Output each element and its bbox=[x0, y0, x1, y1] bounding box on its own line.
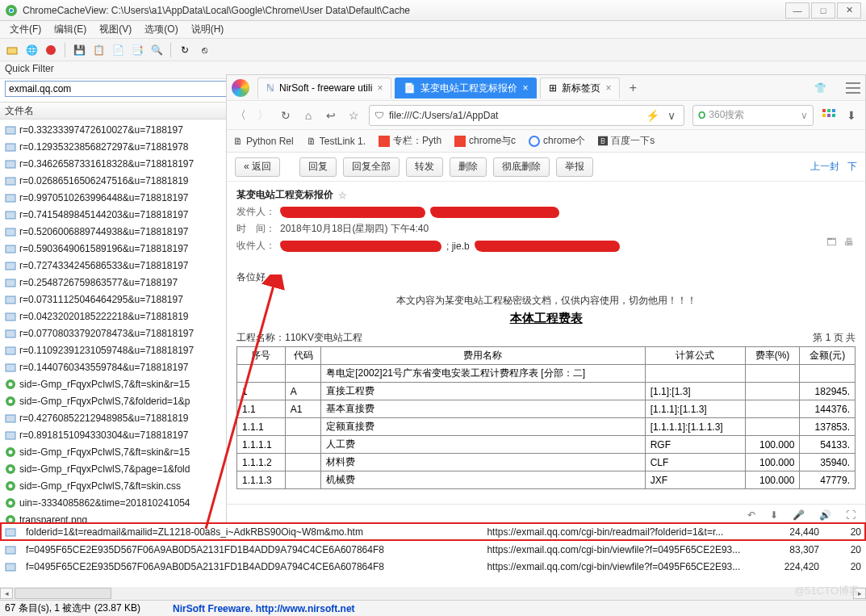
star-icon[interactable]: ☆ bbox=[338, 190, 347, 201]
bottom-row[interactable]: folderid=1&t=readmail&mailid=ZL1218-00a8… bbox=[0, 522, 866, 541]
download-icon[interactable]: ⬇ bbox=[770, 509, 778, 521]
tab-mail[interactable]: 📄 某变电站工程竞标报价 × bbox=[395, 78, 537, 98]
quickfilter-input[interactable] bbox=[5, 81, 231, 97]
copy2-icon[interactable]: 📄 bbox=[111, 43, 125, 57]
menu-icon[interactable] bbox=[846, 82, 860, 94]
file-row[interactable]: r=0.02686516506247516&u=71881819 bbox=[0, 172, 226, 189]
home-icon[interactable]: ⌂ bbox=[301, 108, 316, 123]
harddelete-button[interactable]: 彻底删除 bbox=[493, 157, 550, 177]
mail-header: 某变电站工程竞标报价 ☆ 发件人： 时 间： 2018年10月18日(星期四) … bbox=[227, 182, 865, 258]
svg-rect-16 bbox=[6, 313, 15, 321]
find-icon[interactable]: 🔍 bbox=[149, 43, 164, 57]
close-tab-icon[interactable]: × bbox=[377, 82, 383, 94]
open-icon[interactable] bbox=[5, 43, 19, 57]
back-button[interactable]: « 返回 bbox=[235, 157, 280, 177]
tab-newtab[interactable]: ⊞ 新标签页 × bbox=[540, 78, 620, 98]
fullscreen-icon[interactable]: ⛶ bbox=[846, 509, 856, 521]
delete-button[interactable]: 删除 bbox=[450, 157, 487, 177]
file-row[interactable]: uin=-3334085862&time=201810241054 bbox=[0, 494, 226, 511]
maximize-button[interactable]: □ bbox=[811, 2, 835, 19]
exit-icon[interactable]: ⎋ bbox=[197, 43, 211, 57]
report-button[interactable]: 举报 bbox=[556, 157, 593, 177]
search-box[interactable]: O 360搜索 ∨ bbox=[692, 105, 814, 126]
address-bar[interactable]: 🛡 file:///C:/Users/a1/AppDat ⚡ ∨ bbox=[369, 105, 684, 126]
file-row[interactable]: r=0.2548726759863577&u=7188197 bbox=[0, 274, 226, 291]
bookmark-item[interactable]: 🅱 百度一下s bbox=[598, 134, 655, 148]
file-row[interactable]: r=0.9970510263996448&u=718818197 bbox=[0, 189, 226, 206]
file-row[interactable]: r=0.5903649061589196&u=718818197 bbox=[0, 240, 226, 257]
addr-dropdown-icon[interactable]: ∨ bbox=[664, 108, 679, 123]
file-row[interactable]: r=0.42760852212948985&u=71881819 bbox=[0, 409, 226, 426]
wardrobe-icon[interactable]: 👕 bbox=[814, 82, 826, 94]
menu-file[interactable]: 文件(F) bbox=[5, 21, 46, 38]
refresh-icon[interactable]: ↻ bbox=[178, 43, 192, 57]
menu-view[interactable]: 视图(V) bbox=[94, 21, 136, 38]
close-button[interactable]: ✕ bbox=[837, 2, 861, 19]
print-icon[interactable]: 🖶 bbox=[844, 237, 854, 248]
props-icon[interactable]: 📑 bbox=[130, 43, 144, 57]
replyall-button[interactable]: 回复全部 bbox=[343, 157, 400, 177]
file-row[interactable]: r=0.07311125046464295&u=7188197 bbox=[0, 291, 226, 308]
bookmark-item[interactable]: chrome个 bbox=[529, 134, 585, 148]
menu-options[interactable]: 选项(O) bbox=[140, 21, 182, 38]
copy-icon[interactable]: 📋 bbox=[91, 43, 106, 57]
menu-edit[interactable]: 编辑(E) bbox=[49, 21, 91, 38]
file-row[interactable]: r=0.04232020185222218&u=71881819 bbox=[0, 308, 226, 325]
forward-button[interactable]: 转发 bbox=[406, 157, 443, 177]
scroll-thumb[interactable] bbox=[15, 588, 111, 599]
file-row[interactable]: sid=-Gmp_rFqyxPcIwlS,7&ft=skin&r=15 bbox=[0, 443, 226, 460]
file-row[interactable]: sid=-Gmp_rFqyxPcIwlS,7&ft=skin&r=15 bbox=[0, 375, 226, 392]
file-row[interactable]: r=0.11092391231059748&u=718818197 bbox=[0, 342, 226, 358]
flash-icon[interactable]: ⚡ bbox=[645, 108, 659, 123]
tab-nirsoft[interactable]: ℕ NirSoft - freeware utili × bbox=[257, 78, 391, 98]
svg-rect-7 bbox=[6, 161, 15, 168]
prev-mail-link[interactable]: 上一封 bbox=[810, 160, 839, 174]
bookmark-item[interactable]: 🗎 Python Rel bbox=[233, 136, 294, 147]
file-row[interactable]: r=0.7415489845144203&u=718818197 bbox=[0, 206, 226, 223]
status-link[interactable]: NirSoft Freeware. http://www.nirsoft.net bbox=[173, 603, 355, 614]
svg-rect-45 bbox=[6, 564, 15, 571]
file-row[interactable]: r=0.8918151094330304&u=718818197 bbox=[0, 426, 226, 443]
bottom-row[interactable]: f=0495F65CE2E935D567F06A9AB0D5A2131FD1B4… bbox=[0, 541, 866, 558]
file-row[interactable]: sid=-Gmp_rFqyxPcIwlS,7&ft=skin.css bbox=[0, 477, 226, 494]
back-icon[interactable]: 〈 bbox=[233, 108, 248, 123]
bookmark-item[interactable]: 🗎 TestLink 1. bbox=[307, 136, 366, 147]
horizontal-scrollbar[interactable]: ◂ ▸ bbox=[0, 587, 866, 600]
bottom-rows[interactable]: folderid=1&t=readmail&mailid=ZL1218-00a8… bbox=[0, 522, 866, 595]
scroll-left-button[interactable]: ◂ bbox=[0, 588, 13, 599]
back-arrow-icon[interactable]: ↶ bbox=[747, 509, 755, 521]
file-row[interactable]: sid=-Gmp_rFqyxPcIwlS,7&page=1&fold bbox=[0, 460, 226, 477]
save-icon[interactable]: 💾 bbox=[72, 43, 86, 57]
close-tab-icon[interactable]: × bbox=[522, 82, 528, 94]
bottom-row[interactable]: f=0495F65CE2E935D567F06A9AB0D5A2131FD1B4… bbox=[0, 558, 866, 575]
bookmark-item[interactable]: 专栏：Pyth bbox=[379, 134, 441, 148]
mic-icon[interactable]: 🎤 bbox=[793, 509, 805, 521]
file-row[interactable]: sid=-Gmp_rFqyxPcIwlS,7&folderid=1&p bbox=[0, 392, 226, 409]
close-tab-icon[interactable]: × bbox=[605, 82, 611, 94]
globe-icon[interactable]: 🌐 bbox=[24, 43, 39, 57]
forward-icon[interactable]: 〉 bbox=[256, 108, 270, 123]
star-icon[interactable]: ☆ bbox=[346, 108, 361, 123]
reload-icon[interactable]: ↻ bbox=[278, 108, 293, 123]
file-row[interactable]: r=0.34626587331618328&u=718818197 bbox=[0, 155, 226, 172]
file-row[interactable]: r=0.33233397472610027&u=7188197 bbox=[0, 121, 226, 138]
file-row[interactable]: r=0.5206006889744938&u=718818197 bbox=[0, 223, 226, 240]
download-icon[interactable]: ⬇ bbox=[844, 108, 859, 123]
minimize-button[interactable]: — bbox=[785, 2, 810, 19]
speaker-icon[interactable]: 🔊 bbox=[819, 509, 831, 521]
stop-icon[interactable] bbox=[44, 43, 58, 57]
new-tab-button[interactable]: + bbox=[623, 78, 642, 98]
file-row[interactable]: r=0.12935323856827297&u=71881978 bbox=[0, 138, 226, 155]
history-icon[interactable]: ↩ bbox=[324, 108, 338, 123]
apps-grid-icon[interactable] bbox=[822, 108, 836, 123]
search-dropdown-icon[interactable]: ∨ bbox=[801, 110, 808, 121]
file-row[interactable]: r=0.07708033792078473&u=718818197 bbox=[0, 325, 226, 342]
file-row[interactable]: r=0.1440760343559784&u=718818197 bbox=[0, 358, 226, 375]
menu-help[interactable]: 说明(H) bbox=[186, 21, 229, 38]
bookmark-item[interactable]: chrome与c bbox=[454, 134, 516, 148]
file-row[interactable]: r=0.7274334245686533&u=718818197 bbox=[0, 257, 226, 274]
reply-button[interactable]: 回复 bbox=[299, 157, 337, 177]
next-mail-link[interactable]: 下 bbox=[847, 160, 857, 174]
window-icon[interactable]: 🗔 bbox=[826, 237, 836, 248]
sender-label: 发件人： bbox=[236, 205, 275, 219]
